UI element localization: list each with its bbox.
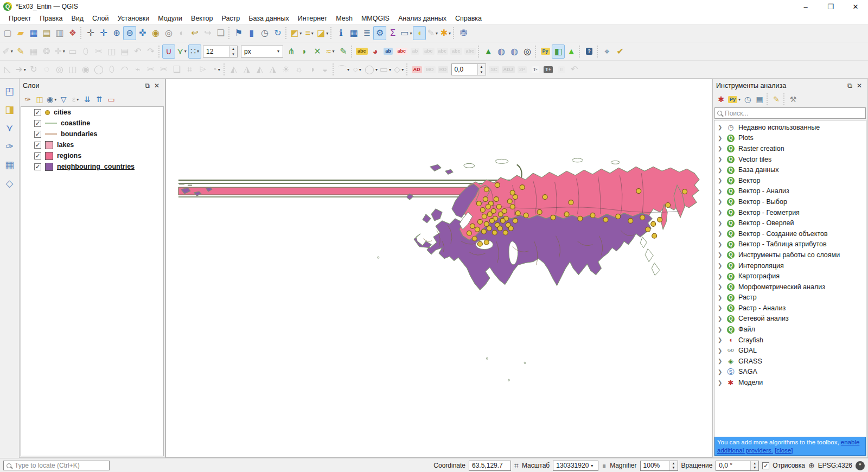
temporal-controller-button[interactable]: ◷	[258, 26, 271, 40]
map-tips-button[interactable]: ◖	[413, 26, 426, 40]
toolbox-group-вектор-геометрия[interactable]: ❯QВектор - Геометрия	[714, 207, 866, 218]
layout-manager-button[interactable]: ▥	[53, 26, 66, 40]
toolbox-search-input[interactable]: Поиск...	[714, 107, 866, 119]
save-project-button[interactable]: ▦	[27, 26, 40, 40]
processing-toolbox-button[interactable]: ⚙	[373, 26, 386, 40]
toolbox-group-вектор-создание-объектов[interactable]: ❯QВектор - Создание объектов	[714, 228, 866, 239]
expand-chevron-icon[interactable]: ❯	[718, 124, 723, 130]
menu-модули[interactable]: Модули	[154, 14, 187, 23]
layer-visibility-checkbox[interactable]: ✓	[34, 120, 41, 127]
close-panel-icon[interactable]: ✕	[152, 82, 162, 90]
annotations-button[interactable]: ✎▾	[426, 26, 439, 40]
advanced-digitizing-tools-button[interactable]: ◺	[1, 62, 14, 76]
toolbox-group-морфометрический-анализ[interactable]: ❯QМорфометрический анализ	[714, 282, 866, 292]
new-map-view-button[interactable]: ❏	[214, 26, 227, 40]
expand-chevron-icon[interactable]: ❯	[718, 177, 723, 183]
expand-chevron-icon[interactable]: ❯	[718, 295, 723, 301]
change-label-button[interactable]: abc	[449, 44, 463, 59]
copy-features-button[interactable]: ◫	[105, 44, 118, 59]
snapping-tolerance-spinner[interactable]: 12▲▼	[203, 46, 238, 58]
expand-chevron-icon[interactable]: ❯	[718, 231, 723, 237]
python-scripts-button[interactable]: Py▾	[727, 93, 742, 105]
menu-проект[interactable]: Проект	[4, 14, 35, 23]
toolbox-group-grass[interactable]: ❯◈GRASS	[714, 356, 866, 367]
search-wms-button[interactable]: ◍	[508, 44, 521, 59]
topological-editing-button[interactable]: ⋔	[285, 44, 298, 59]
add-part-button[interactable]: ◫	[66, 62, 79, 76]
layer-item-boundaries[interactable]: ✓boundaries	[21, 129, 163, 139]
menu-вид[interactable]: Вид	[67, 14, 88, 23]
draw-circle-button[interactable]: ○▾	[350, 62, 363, 76]
toolbox-group-недавно-использованные[interactable]: ❯◷Недавно использованные	[714, 122, 866, 133]
layer-item-regions[interactable]: ✓regions	[21, 150, 163, 161]
new-annotation-button[interactable]: ✱▾	[439, 26, 452, 40]
expand-chevron-icon[interactable]: ❯	[718, 135, 723, 141]
rotate-label-button[interactable]: abc	[436, 44, 450, 59]
gps-tools-button[interactable]: ⌖	[601, 44, 614, 59]
snap-to-points-button[interactable]: ∷▾	[188, 44, 201, 59]
render-checkbox[interactable]: ✓	[762, 462, 769, 469]
layer-item-lakes[interactable]: ✓lakes	[21, 139, 163, 150]
remove-layer-button[interactable]: ▭	[105, 93, 117, 105]
toolbox-options-button[interactable]: ⚒	[787, 93, 799, 105]
new-temporary-scratch-layer-button[interactable]: ▦	[2, 157, 17, 173]
magnifier-spinner[interactable]: 100% ▲▼	[640, 461, 678, 471]
expand-chevron-icon[interactable]: ❯	[718, 358, 723, 364]
cad-scale-button[interactable]: SC	[488, 62, 501, 76]
enable-tracing-button[interactable]: ✎	[337, 44, 350, 59]
layer-diagram-button[interactable]: ◕	[369, 44, 382, 59]
deselect-features-button[interactable]: ◪▾	[316, 26, 329, 40]
contrast-decrease-button[interactable]: ◒	[318, 62, 331, 76]
avoid-overlap-button[interactable]: ◗	[298, 44, 311, 59]
fill-ring-button[interactable]: ◉	[79, 62, 92, 76]
menu-mmqgis[interactable]: MMQGIS	[357, 14, 394, 23]
select-by-value-button[interactable]: ≡▾	[303, 26, 316, 40]
expand-chevron-icon[interactable]: ❯	[718, 145, 723, 151]
new-virtual-layer-button[interactable]: ✑	[2, 138, 17, 155]
enable-snapping-button[interactable]: ∪	[162, 44, 175, 59]
measure-button[interactable]: ▭▾	[399, 26, 413, 40]
menu-интернет[interactable]: Интернет	[293, 14, 332, 23]
expand-chevron-icon[interactable]: ❯	[718, 284, 723, 290]
zoom-next-button[interactable]: ↪	[201, 26, 214, 40]
toolbox-group-saga[interactable]: ❯ⓈSAGA	[714, 367, 866, 378]
map-canvas[interactable]	[165, 79, 712, 458]
menu-растр[interactable]: Растр	[217, 14, 244, 23]
menu-слой[interactable]: Слой	[88, 14, 113, 23]
toolbox-group-gdal[interactable]: ❯GDGDAL	[714, 345, 866, 356]
expand-chevron-icon[interactable]: ❯	[718, 337, 723, 343]
expand-chevron-icon[interactable]: ❯	[718, 188, 723, 194]
results-viewer-button[interactable]: ▤	[754, 93, 765, 105]
contrast-increase-button[interactable]: ◑	[305, 62, 318, 76]
expand-chevron-icon[interactable]: ❯	[718, 199, 723, 205]
collapse-all-button[interactable]: ⇈	[93, 93, 105, 105]
expand-chevron-icon[interactable]: ❯	[718, 209, 723, 215]
zoom-native-button[interactable]: ◐	[175, 26, 188, 40]
close-panel-icon[interactable]: ✕	[854, 82, 864, 90]
cad-t-minus-button[interactable]: T-	[529, 62, 542, 76]
expand-chevron-icon[interactable]: ❯	[718, 327, 723, 333]
messages-icon[interactable]: ❞	[856, 461, 865, 470]
move-feature-button[interactable]: ➜▾	[14, 62, 27, 76]
toolbox-group-crayfish[interactable]: ❯◖Crayfish	[714, 335, 866, 346]
new-gpx-layer-button[interactable]: ◇	[2, 175, 17, 192]
pan-to-selection-button[interactable]: ✛	[97, 26, 110, 40]
layer-visibility-checkbox[interactable]: ✓	[34, 109, 41, 116]
expand-chevron-icon[interactable]: ❯	[718, 241, 723, 247]
snapping-units-combo[interactable]: px▾	[241, 46, 283, 58]
toolbox-group-plots[interactable]: ❯QPlots	[714, 133, 866, 144]
cad-enable-button[interactable]: AD	[410, 62, 423, 76]
delete-selected-button[interactable]: ⬯	[79, 44, 92, 59]
cad-adjust-button[interactable]: ADJ	[501, 62, 516, 76]
snap-segments-button[interactable]: ≈▾	[324, 44, 337, 59]
vertex-tool-button[interactable]: ✛▾	[53, 44, 66, 59]
terrain-shading-button[interactable]: ▲	[565, 44, 578, 59]
minimize-button[interactable]: –	[793, 0, 818, 13]
toolbox-group-картография[interactable]: ❯QКартография	[714, 271, 866, 282]
enhance-contrast-local-button[interactable]: ◮	[266, 62, 279, 76]
close-button[interactable]: ✕	[843, 0, 868, 13]
data-source-manager-button[interactable]: ◰	[2, 83, 17, 99]
expand-all-button[interactable]: ⇊	[81, 93, 93, 105]
toolbox-group-растр-анализ[interactable]: ❯QРастр - Анализ	[714, 303, 866, 314]
layer-visibility-checkbox[interactable]: ✓	[34, 152, 41, 160]
